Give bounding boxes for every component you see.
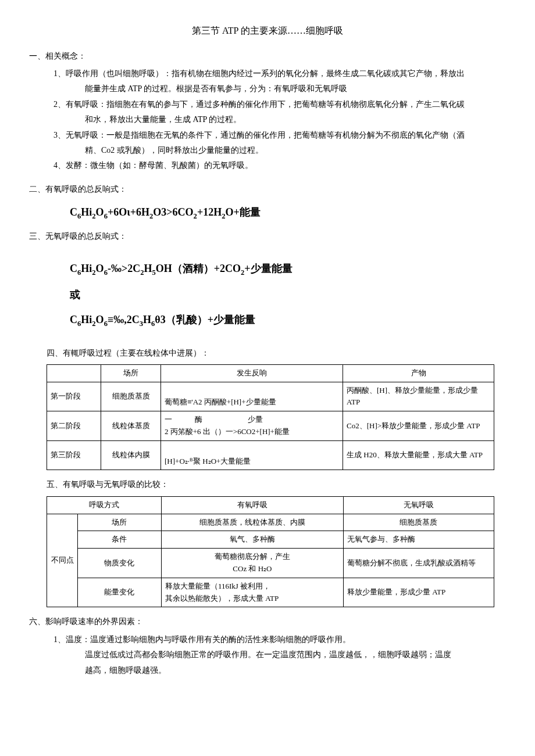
concept-1-line-a: 1、呼吸作用（也叫细胞呼吸）：指有机物在细胞内经过一系列的氧化分解，最终生成二氧… bbox=[70, 67, 506, 80]
concept-4: 4、发酵：微生物（如：酵母菌、乳酸菌）的无氧呼吸。 bbox=[70, 159, 506, 172]
cmp-place-label: 场所 bbox=[78, 514, 162, 531]
table-row: 不同点 场所 细胞质基质，线粒体基质、内膜 细胞质基质 bbox=[47, 514, 494, 531]
cmp-condition-label: 条件 bbox=[78, 531, 162, 549]
concept-1-line-b: 能量并生成 ATP 的过程。根据是否有氧参与，分为：有氧呼吸和无氧呼吸 bbox=[85, 83, 506, 95]
anaerobic-equation-1: C6Hi2O6-‰>2C2H5OH（酒精）+2CO2+少量能量 bbox=[70, 260, 506, 278]
stage-3-reaction: [H]+O₂·ᴮ聚 H₂O+大量能量 bbox=[161, 440, 343, 470]
aerobic-equation: C6Hi2O6+6Oι+6H2O3>6CO2+12H2O+能量 bbox=[70, 204, 506, 222]
stage-1-product: 丙酮酸、[H]、释放少量能量，形成少量 ATP bbox=[343, 382, 494, 411]
cmp-rowgroup: 不同点 bbox=[47, 514, 78, 607]
stage-2-reaction: 一 酶 少量 2 丙笫酸+6 出（）一>6CO2+[H]+能量 bbox=[161, 411, 343, 441]
section-2-heading: 二、有氧呼吸的总反响式： bbox=[29, 183, 506, 196]
comparison-table: 呼吸方式 有氧呼吸 无氧呼吸 不同点 场所 细胞质基质，线粒体基质、内膜 细胞质… bbox=[47, 496, 494, 608]
cmp-condition-anaerobic: 无氧气参与、多种酶 bbox=[343, 531, 494, 549]
cmp-place-anaerobic: 细胞质基质 bbox=[343, 514, 494, 531]
or-label: 或 bbox=[70, 286, 506, 303]
cmp-energy-aerobic: 释放大量能量（116IkJ 被利用， 其余以热能散失），形成大量 ATP bbox=[161, 578, 343, 607]
concept-2-line-b: 和水，释放出大量能量，生成 ATP 的过程。 bbox=[85, 113, 506, 126]
table-row: 呼吸方式 有氧呼吸 无氧呼吸 bbox=[47, 496, 494, 514]
concept-2-line-a: 2、有氧呼吸：指细胞在有氧的参与下，通过多种酶的催化作用下，把葡萄糖等有机物彻底… bbox=[70, 98, 506, 111]
cmp-header-aerobic: 有氧呼吸 bbox=[161, 496, 343, 514]
table-row: 物质变化 葡萄糖彻底分解，产生 COz 和 H₂O 葡萄糖分解不彻底，生成乳酸或… bbox=[47, 549, 494, 578]
cmp-energy-anaerobic: 释放少量能量，形成少量 ATP bbox=[343, 578, 494, 607]
cmp-material-anaerobic: 葡萄糖分解不彻底，生成乳酸或酒精等 bbox=[343, 549, 494, 578]
document-title: 第三节 ATP 的主要来源……细胞呼吸 bbox=[29, 23, 506, 38]
section-6-heading: 六、影响呼吸速率的外界因素： bbox=[29, 615, 506, 628]
cmp-material-label: 物质变化 bbox=[78, 549, 162, 578]
factor-1-line-a: 1、温度：温度通过影响细胞内与呼吸作用有关的酶的活性来影响细胞的呼吸作用。 bbox=[70, 633, 506, 646]
stage-2-product: Co2、[H]>释放少量能量，形成少量 ATP bbox=[343, 411, 494, 441]
stage-2-label: 第二阶段 bbox=[47, 411, 101, 441]
table-row: 场所 发生反响 产物 bbox=[47, 364, 494, 382]
cmp-header-anaerobic: 无氧呼吸 bbox=[343, 496, 494, 514]
cmp-material-aerobic: 葡萄糖彻底分解，产生 COz 和 H₂O bbox=[161, 549, 343, 578]
table-row: 第二阶段 线粒体基质 一 酶 少量 2 丙笫酸+6 出（）一>6CO2+[H]+… bbox=[47, 411, 494, 441]
table-header-reaction: 发生反响 bbox=[161, 364, 343, 382]
table-row: 条件 氧气、多种酶 无氧气参与、多种酶 bbox=[47, 531, 494, 549]
stage-3-product: 生成 H20、释放大量能量，形成大量 ATP bbox=[343, 440, 494, 470]
factor-1-line-b: 温度过低或过高都会影响细胞正常的呼吸作用。在一定温度范围内，温度越低，，细胞呼吸… bbox=[85, 648, 506, 661]
cmp-condition-aerobic: 氧气、多种酶 bbox=[161, 531, 343, 549]
section-5-heading: 五、有氧呼吸与无氧呼吸的比较： bbox=[47, 478, 506, 491]
section-4-heading: 四、有輒呼吸过程（主要在线粒体中进展）： bbox=[47, 347, 506, 360]
stage-1-place: 细胞质基质 bbox=[101, 382, 161, 411]
table-row: 能量变化 释放大量能量（116IkJ 被利用， 其余以热能散失），形成大量 AT… bbox=[47, 578, 494, 607]
anaerobic-equation-2: C6Hi2O6≡‰,2C3H6θ3（乳酸）+少量能量 bbox=[70, 311, 506, 329]
stage-1-reaction: 葡萄糖≡'A2 丙酮酸+[H]+少量能量 bbox=[161, 382, 343, 411]
stage-1-label: 第一阶段 bbox=[47, 382, 101, 411]
table-row: 第一阶段 细胞质基质 葡萄糖≡'A2 丙酮酸+[H]+少量能量 丙酮酸、[H]、… bbox=[47, 382, 494, 411]
section-1-heading: 一、相关概念： bbox=[29, 50, 506, 63]
cmp-place-aerobic: 细胞质基质，线粒体基质、内膜 bbox=[161, 514, 343, 531]
cmp-energy-label: 能量变化 bbox=[78, 578, 162, 607]
section-3-heading: 三、无氧呼吸的总反响式： bbox=[29, 230, 506, 243]
table-row: 第三阶段 线粒体内膜 [H]+O₂·ᴮ聚 H₂O+大量能量 生成 H20、释放大… bbox=[47, 440, 494, 470]
concept-3-line-a: 3、无氧呼吸：一般是指细胞在无氧的条件下，通过酶的催化作用，把葡萄糖等有机物分解… bbox=[70, 129, 506, 142]
aerobic-process-table: 场所 发生反响 产物 第一阶段 细胞质基质 葡萄糖≡'A2 丙酮酸+[H]+少量… bbox=[47, 364, 494, 471]
stage-3-label: 第三阶段 bbox=[47, 440, 101, 470]
cmp-header-method: 呼吸方式 bbox=[47, 496, 162, 514]
concept-3-line-b: 精、Co2 或乳酸），同时释放出少量能量的过程。 bbox=[85, 144, 506, 157]
table-header-place: 场所 bbox=[101, 364, 161, 382]
stage-2-place: 线粒体基质 bbox=[101, 411, 161, 441]
table-header-blank bbox=[47, 364, 101, 382]
stage-3-place: 线粒体内膜 bbox=[101, 440, 161, 470]
factor-1-line-c: 越高，细胞呼吸越强。 bbox=[85, 664, 506, 677]
table-header-product: 产物 bbox=[343, 364, 494, 382]
